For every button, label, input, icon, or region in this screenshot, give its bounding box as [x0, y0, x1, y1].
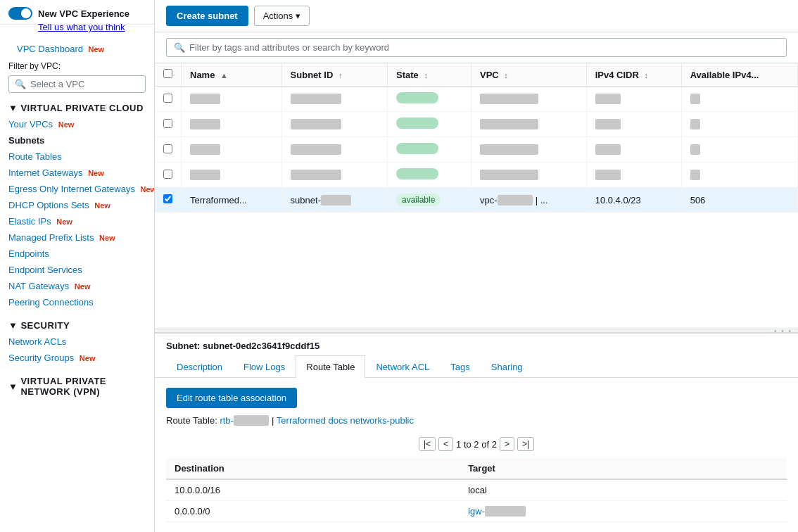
- sidebar-item-route-tables[interactable]: Route Tables: [0, 148, 154, 165]
- row1-checkbox-cell: [155, 87, 182, 112]
- vpn-arrow: ▼: [8, 381, 18, 392]
- tab-tags[interactable]: Tags: [440, 355, 480, 378]
- row3-cidr: [586, 137, 681, 163]
- new-vpc-toggle[interactable]: [8, 7, 32, 20]
- table-row[interactable]: [155, 112, 798, 137]
- select-all-checkbox[interactable]: [163, 69, 172, 78]
- security-section-header[interactable]: ▼ SECURITY: [0, 316, 154, 334]
- sidebar-item-network-acls[interactable]: Network ACLs: [0, 334, 154, 350]
- subnet-table-container: Name ▲ Subnet ID ↑ State ↕ VPC ↕ IPv4 CI…: [155, 63, 798, 329]
- tab-description[interactable]: Description: [166, 355, 233, 378]
- tab-network-acl[interactable]: Network ACL: [365, 355, 440, 378]
- top-bar: Create subnet Actions ▾: [155, 0, 798, 32]
- row5-checkbox[interactable]: [163, 194, 172, 203]
- actions-arrow-icon: ▾: [296, 11, 300, 21]
- routes-pagination: |< < 1 to 2 of 2 > >|: [166, 433, 787, 455]
- tell-link[interactable]: Tell us what you think: [30, 22, 154, 32]
- table-row[interactable]: Terraformed... subnet- available vpc- | …: [155, 188, 798, 213]
- tab-flow-logs[interactable]: Flow Logs: [233, 355, 296, 378]
- vpc-section-label: VIRTUAL PRIVATE CLOUD: [20, 103, 143, 113]
- filter-vpc-label: Filter by VPC:: [0, 58, 154, 74]
- row3-checkbox[interactable]: [163, 144, 172, 153]
- route-table-id-link[interactable]: rtb-: [220, 415, 269, 426]
- row5-subnet-id: subnet-: [281, 188, 387, 213]
- route-table-prefix: Route Table:: [166, 415, 220, 426]
- internet-gateways-new-badge: New: [88, 169, 104, 177]
- page-prev-button[interactable]: <: [438, 437, 453, 451]
- page-next-button[interactable]: >: [500, 437, 514, 451]
- sidebar-item-dhcp-options[interactable]: DHCP Options Sets New: [0, 197, 154, 213]
- create-subnet-button[interactable]: Create subnet: [166, 6, 248, 26]
- ipv4-cidr-col-header[interactable]: IPv4 CIDR ↕: [586, 63, 681, 87]
- row5-available: 506: [681, 188, 797, 213]
- route-table-label-row: Route Table: rtb- | Terraformed docs net…: [166, 415, 787, 426]
- route2-target-link[interactable]: igw-: [468, 506, 526, 517]
- row2-checkbox-cell: [155, 112, 182, 137]
- route-table-name-link[interactable]: Terraformed docs networks-public: [277, 415, 414, 426]
- vpc-col-header[interactable]: VPC ↕: [471, 63, 587, 87]
- sidebar-item-managed-prefix-lists[interactable]: Managed Prefix Lists New: [0, 229, 154, 246]
- sidebar-item-egress-only-gateways[interactable]: Egress Only Internet Gateways New: [0, 181, 154, 197]
- route-table-separator: |: [272, 415, 277, 426]
- sidebar-item-internet-gateways[interactable]: Internet Gateways New: [0, 165, 154, 181]
- table-row[interactable]: [155, 163, 798, 188]
- sidebar-item-endpoints[interactable]: Endpoints: [0, 246, 154, 262]
- search-input[interactable]: [189, 42, 779, 53]
- actions-button[interactable]: Actions ▾: [254, 6, 310, 26]
- sidebar-item-security-groups[interactable]: Security Groups New: [0, 350, 154, 366]
- sidebar-item-endpoint-services[interactable]: Endpoint Services: [0, 262, 154, 278]
- destination-col-header: Destination: [166, 458, 460, 479]
- table-row[interactable]: [155, 137, 798, 163]
- sidebar-item-nat-gateways[interactable]: NAT Gateways New: [0, 278, 154, 294]
- row2-checkbox[interactable]: [163, 119, 172, 128]
- tab-sharing[interactable]: Sharing: [481, 355, 533, 378]
- row2-state: [388, 112, 471, 137]
- vpn-section-header[interactable]: ▼ VIRTUAL PRIVATE NETWORK (VPN): [0, 372, 154, 400]
- name-col-header[interactable]: Name ▲: [182, 63, 282, 87]
- filter-vpc-select[interactable]: 🔍 Select a VPC: [8, 75, 146, 93]
- subnet-id-col-header[interactable]: Subnet ID ↑: [281, 63, 387, 87]
- edit-route-table-association-button[interactable]: Edit route table association: [166, 388, 297, 408]
- state-col-header[interactable]: State ↕: [388, 63, 471, 87]
- security-arrow: ▼: [8, 320, 18, 331]
- page-last-button[interactable]: >|: [517, 437, 534, 451]
- main-content: Create subnet Actions ▾ 🔍 Name ▲ Subnet …: [155, 0, 798, 532]
- row1-checkbox[interactable]: [163, 94, 172, 103]
- row2-available: [681, 112, 797, 137]
- subnet-id-sort-icon: ↑: [338, 71, 343, 80]
- available-ipv4-col-header[interactable]: Available IPv4...: [681, 63, 797, 87]
- detail-subnet-label-row: Subnet: subnet-0ed2c3641f9cddf15: [155, 334, 798, 355]
- sidebar-item-your-vpcs[interactable]: Your VPCs New: [0, 116, 154, 132]
- row4-available: [681, 163, 797, 188]
- routes-table-row: 10.0.0.0/16 local: [166, 479, 787, 501]
- sidebar-item-subnets[interactable]: Subnets: [0, 132, 154, 148]
- row2-subnet-id: [281, 112, 387, 137]
- row1-cidr: [586, 87, 681, 112]
- security-label: SECURITY: [20, 320, 70, 331]
- search-bar: 🔍: [155, 32, 798, 63]
- row3-checkbox-cell: [155, 137, 182, 163]
- sidebar-item-elastic-ips[interactable]: Elastic IPs New: [0, 213, 154, 229]
- table-header-row: Name ▲ Subnet ID ↑ State ↕ VPC ↕ IPv4 CI…: [155, 63, 798, 87]
- your-vpcs-new-badge: New: [58, 120, 75, 129]
- eips-new-badge: New: [56, 217, 72, 226]
- routes-table: Destination Target 10.0.0.0/16 local 0.0…: [166, 458, 787, 522]
- row1-name: [182, 87, 282, 112]
- select-all-col: [155, 63, 182, 87]
- row4-name: [182, 163, 282, 188]
- vpc-dashboard-nav[interactable]: VPC Dashboard New: [8, 41, 146, 57]
- tab-route-table[interactable]: Route Table: [296, 355, 365, 378]
- row5-cidr: 10.0.4.0/23: [586, 188, 681, 213]
- row3-subnet-id: [281, 137, 387, 163]
- search-input-wrap: 🔍: [166, 38, 787, 57]
- sidebar-item-peering-connections[interactable]: Peering Connections: [0, 294, 154, 310]
- vpc-section-header[interactable]: ▼ VIRTUAL PRIVATE CLOUD: [0, 99, 154, 116]
- page-first-button[interactable]: |<: [419, 437, 436, 451]
- target-col-header: Target: [460, 458, 787, 479]
- route2-destination: 0.0.0.0/0: [166, 501, 460, 522]
- routes-table-row: 0.0.0.0/0 igw-: [166, 501, 787, 522]
- row4-checkbox[interactable]: [163, 170, 172, 179]
- table-row[interactable]: [155, 87, 798, 112]
- row2-cidr: [586, 112, 681, 137]
- subnet-table: Name ▲ Subnet ID ↑ State ↕ VPC ↕ IPv4 CI…: [155, 63, 798, 213]
